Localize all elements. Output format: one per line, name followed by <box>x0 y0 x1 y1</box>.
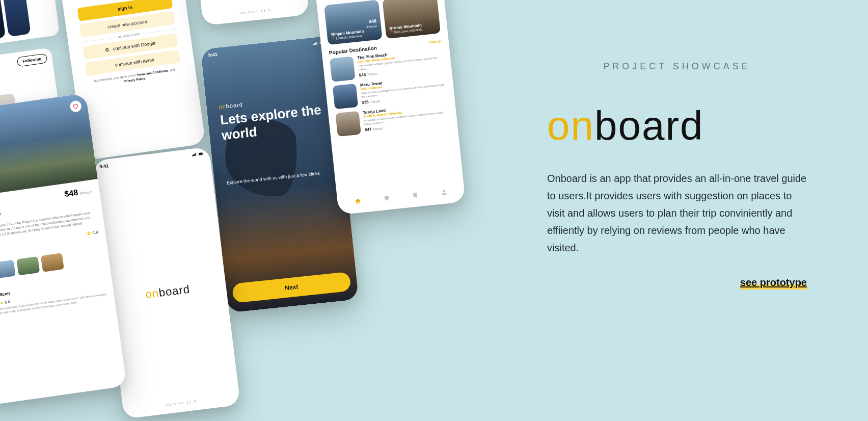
terms-text: By continuing, you agree to our Terms an… <box>80 66 188 90</box>
list-per: /Person <box>372 127 383 131</box>
svg-rect-13 <box>199 153 202 154</box>
destination-location: East Java, Indonesia <box>390 26 436 34</box>
list-price: $48 <box>359 72 366 77</box>
price: $48 <box>368 18 376 24</box>
hero-title: Lets explore the world <box>220 102 328 143</box>
status-time: 9:41 <box>208 52 218 58</box>
preview-thumb[interactable] <box>41 253 64 273</box>
brand-logo-small: onboard <box>145 283 191 302</box>
logo-prefix: on <box>547 103 594 148</box>
review-item: Yusuf Scott ★★★★★ 5.0 Amet minim mollit … <box>0 278 107 318</box>
category-pill-mountain[interactable]: Mountain <box>322 0 353 1</box>
list-location: Komodo Island, Indonesia <box>358 51 443 64</box>
terms-link[interactable]: Terms and Conditions <box>137 69 169 76</box>
destination-name: Bromo Mountain <box>389 21 436 31</box>
list-price: $47 <box>365 127 372 132</box>
reviewer-name: Yusuf Scott <box>0 278 105 299</box>
price-per: /Person <box>366 24 377 29</box>
reviews-label: Reviews (99) <box>0 270 104 294</box>
status-time: 9:41 <box>99 163 109 169</box>
svg-point-7 <box>443 190 445 192</box>
see-prototype-link[interactable]: see prototype <box>740 277 807 288</box>
svg-rect-4 <box>320 41 324 44</box>
detail-text: The mighty Rinjani mountain of Gunung Ri… <box>0 209 97 246</box>
splash-screen: 9:41 onboard Version 11.0 <box>93 147 240 419</box>
pin-icon <box>390 31 394 35</box>
svg-rect-8 <box>192 155 193 156</box>
list-title: The Pink Beach <box>357 47 443 61</box>
cart-icon[interactable] <box>412 191 419 199</box>
svg-rect-5 <box>320 42 323 43</box>
list-per: /Person <box>369 99 380 103</box>
product-thumb <box>0 93 17 121</box>
status-icons <box>313 40 325 46</box>
gallery-thumb <box>2 0 31 37</box>
review-score: 5.0 <box>5 300 10 304</box>
list-desc: A Meru tower or pelinggih meru is the pr… <box>361 83 446 98</box>
next-button[interactable]: Next <box>232 272 351 303</box>
version-label: Version 11.0 <box>123 394 239 412</box>
detail-location: Lombok, Indonesia <box>0 204 95 226</box>
rating: ⭐ 4.8 <box>86 230 98 236</box>
list-item[interactable]: The Pink Beach Komodo Island, Indonesia … <box>330 47 445 82</box>
project-description: Onboard is an app that provides an all-i… <box>547 170 807 256</box>
preview-label: Preview <box>0 240 100 263</box>
hero-screen: 9:41 onboard Lets explore the world Expl… <box>201 36 359 313</box>
destinations-screen: Category Mountain Waterfall River $48 /P… <box>314 0 466 215</box>
user-icon[interactable] <box>440 188 448 196</box>
list-thumb <box>333 84 359 110</box>
destination-name: Rinjani Mountain <box>331 28 377 37</box>
svg-rect-1 <box>314 43 315 45</box>
privacy-link[interactable]: Privacy Policy <box>124 77 145 83</box>
home-icon[interactable] <box>354 197 362 205</box>
continue-apple-button[interactable]: continue with Apple <box>85 49 180 76</box>
list-title: Meru Tower <box>360 74 445 88</box>
svg-rect-14 <box>203 153 203 154</box>
gallery-card <box>0 0 60 46</box>
hero-subtitle: Explore the world with us with just a fe… <box>227 170 321 187</box>
list-desc: This exceptional beach gets its striking… <box>358 56 444 71</box>
star-icons: ★★★★★ <box>0 301 3 307</box>
preview-thumb[interactable] <box>16 256 40 276</box>
list-location: Bali, Indonesia <box>360 78 446 91</box>
heart-icon[interactable] <box>383 194 390 202</box>
detail-title: njani Mountain <box>0 197 94 222</box>
divider: or continue with <box>82 28 176 44</box>
status-icons <box>192 151 204 158</box>
list-item[interactable]: Meru Tower Bali, Indonesia A Meru tower … <box>333 74 448 109</box>
signin-screen: onboard The whole world awaits you. sign… <box>59 0 206 161</box>
eyebrow-text: PROJECT SHOWCASE <box>547 61 807 72</box>
list-desc: Toraja land is one the tourist destinati… <box>364 110 449 125</box>
create-account-button[interactable]: create new account <box>79 11 175 38</box>
svg-rect-3 <box>316 42 317 45</box>
destination-card[interactable]: $48 /Person Rinjani Mountain Lombok, Ind… <box>324 0 383 45</box>
sign-in-button[interactable]: sign in <box>77 0 173 21</box>
list-location: South Sulawesi, Indonesia <box>363 106 449 118</box>
list-thumb <box>335 111 361 137</box>
google-icon: G <box>105 47 109 52</box>
brand-logo-small: onboard <box>219 101 243 110</box>
pin-icon <box>332 37 336 41</box>
view-all-link[interactable]: View all <box>428 39 442 44</box>
list-thumb <box>330 56 356 82</box>
price: $48 <box>64 188 78 199</box>
svg-rect-9 <box>193 154 194 156</box>
following-button[interactable]: Following <box>16 53 47 67</box>
logo-suffix: board <box>594 103 704 148</box>
continue-google-button[interactable]: G continue with Google <box>83 33 178 60</box>
detail-screen: $48 /Person njani Mountain Lombok, Indon… <box>0 93 127 407</box>
svg-rect-2 <box>315 42 316 45</box>
list-per: /Person <box>367 72 377 76</box>
favorite-button[interactable] <box>69 100 82 113</box>
preview-thumb[interactable] <box>0 260 16 279</box>
svg-rect-6 <box>324 42 324 43</box>
svg-rect-0 <box>313 44 314 45</box>
price-per: /Person <box>80 190 93 195</box>
list-title: Toraja Land <box>363 101 448 115</box>
version-label: Version 11.0 <box>239 8 272 15</box>
list-item[interactable]: Toraja Land South Sulawesi, Indonesia To… <box>335 101 450 137</box>
bottom-nav <box>343 184 458 209</box>
destination-card[interactable]: Bromo Mountain East Java, Indonesia <box>382 0 441 39</box>
svg-rect-11 <box>196 153 197 156</box>
destination-location: Lombok, Indonesia <box>332 32 378 40</box>
